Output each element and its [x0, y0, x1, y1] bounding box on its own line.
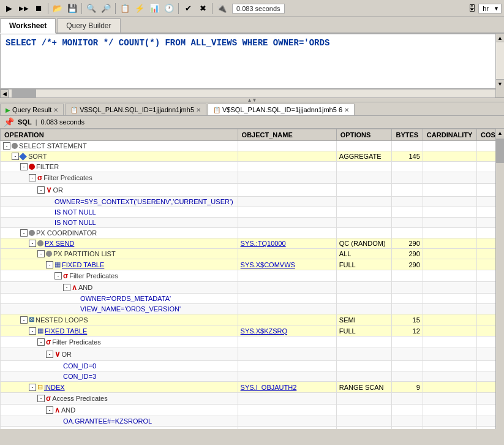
col-bytes[interactable]: BYTES: [392, 129, 423, 141]
open-btn[interactable]: 📂: [51, 2, 64, 15]
expand-btn[interactable]: -: [63, 284, 70, 291]
tab-worksheet[interactable]: Worksheet: [0, 18, 56, 34]
cardinality-cell: [423, 282, 476, 294]
table-row: -∧AND: [1, 282, 504, 294]
expand-btn[interactable]: -: [12, 153, 19, 160]
options-cell: [336, 141, 392, 151]
stop-btn[interactable]: ⏹: [32, 2, 45, 15]
col-options[interactable]: OPTIONS: [336, 129, 392, 141]
table-scroll-thumb[interactable]: [496, 139, 504, 163]
expand-btn[interactable]: -: [37, 338, 45, 346]
op-label-link[interactable]: FIXED TABLE: [62, 261, 104, 268]
expand-btn[interactable]: -: [3, 142, 10, 150]
op-label-link[interactable]: INDEX: [44, 384, 65, 391]
expand-btn[interactable]: -: [37, 250, 45, 257]
result-tab-1-close[interactable]: ✕: [196, 107, 201, 113]
obj-link[interactable]: SYS.I_OBJAUTH2: [241, 384, 297, 391]
obj-link[interactable]: SYS.:TQ10000: [241, 240, 286, 247]
expand-btn[interactable]: -: [29, 327, 36, 335]
scroll-thumb[interactable]: [496, 42, 504, 79]
table-row: -σFilter Predicates: [1, 270, 504, 282]
expand-btn[interactable]: -: [29, 240, 36, 247]
result-tab-0-close[interactable]: ✕: [53, 107, 58, 113]
cardinality-cell: [423, 172, 476, 184]
options-cell: [336, 218, 392, 228]
cardinality-cell: [423, 371, 476, 382]
scroll-down-arrow[interactable]: ▼: [496, 79, 504, 88]
bytes-cell: [392, 371, 423, 382]
result-tab-plan2[interactable]: 📋 V$SQL_PLAN.SQL_ID=1jjjadnn1jmh5 6 ✕: [208, 104, 355, 115]
expand-btn[interactable]: -: [20, 229, 28, 237]
options-cell: [336, 282, 392, 294]
table-row: -PX PARTITION LISTALL2902: [1, 249, 504, 259]
scroll-left-arrow[interactable]: ◀: [0, 89, 9, 98]
expand-btn[interactable]: -: [20, 163, 28, 170]
editor-hscroll[interactable]: ◀ ▶: [0, 89, 504, 97]
expand-btn[interactable]: -: [37, 395, 45, 402]
options-cell: SEMI: [336, 314, 392, 325]
table-row: -SORTAGGREGATE1451: [1, 151, 504, 162]
expand-btn[interactable]: -: [20, 316, 28, 324]
format-btn[interactable]: 📋: [118, 2, 132, 15]
op-label-link[interactable]: PX SEND: [45, 240, 74, 247]
lambda-icon: ∧: [55, 406, 60, 414]
bytes-cell: 9: [392, 382, 423, 393]
plan2-icon: 📋: [213, 107, 220, 113]
rollback-btn[interactable]: ✖: [196, 2, 209, 15]
table-row: IS NOT NULL: [1, 207, 504, 218]
plan-table-container[interactable]: OPERATION OBJECT_NAME OPTIONS BYTES CARD…: [0, 129, 504, 429]
op-label-link[interactable]: FIXED TABLE: [45, 327, 87, 335]
history-btn[interactable]: 🕐: [162, 2, 176, 15]
editor-vscroll[interactable]: ▲ ▼: [495, 34, 504, 97]
obj-link[interactable]: SYS.X$COMVWS: [241, 261, 295, 268]
result-tab-2-close[interactable]: ✕: [344, 107, 349, 113]
table-vscroll[interactable]: ▲: [495, 129, 504, 429]
col-object-name[interactable]: OBJECT_NAME: [238, 129, 336, 141]
expand-btn[interactable]: -: [37, 186, 45, 194]
hscroll-thumb[interactable]: [12, 89, 36, 97]
run-btn[interactable]: ▶: [2, 2, 16, 15]
sql-editor[interactable]: SELECT /*+ MONITOR */ COUNT(*) FROM ALL_…: [0, 34, 504, 89]
col-cardinality[interactable]: CARDINALITY: [423, 129, 476, 141]
status-time: 0.083 seconds: [40, 118, 85, 126]
bytes-cell: 290: [392, 249, 423, 259]
run-all-btn[interactable]: ▶▶: [17, 2, 31, 15]
explain-btn[interactable]: ⚡: [133, 2, 146, 15]
save-btn[interactable]: 💾: [66, 2, 79, 15]
db-selector[interactable]: hr ▼: [478, 4, 502, 13]
op-label: AND: [61, 406, 75, 414]
obj-name-cell: [238, 393, 336, 405]
result-tab-query-result[interactable]: ▶ Query Result ✕: [0, 104, 64, 115]
connect-btn[interactable]: 🔌: [215, 2, 228, 15]
circle-gray-icon: [29, 230, 35, 236]
options-cell: [336, 184, 392, 197]
obj-link[interactable]: SYS.X$KZSRQ: [241, 327, 287, 335]
op-cell-16: -⊠NESTED LOOPS: [1, 314, 238, 325]
cardinality-cell: [423, 314, 476, 325]
status-label: SQL: [18, 118, 32, 126]
result-tab-plan1[interactable]: 📋 V$SQL_PLAN.SQL_ID=1jjjadnn1jmh5 ✕: [65, 104, 206, 115]
col-operation[interactable]: OPERATION: [1, 129, 238, 141]
expand-btn[interactable]: -: [29, 174, 36, 181]
cardinality-cell: [423, 382, 476, 393]
expand-btn[interactable]: -: [55, 272, 62, 280]
op-cell-10: -PX PARTITION LIST: [1, 249, 238, 259]
replace-btn[interactable]: 🔎: [99, 2, 113, 15]
table-row: -σAccess Predicates: [1, 393, 504, 405]
op-cell-23: -σAccess Predicates: [1, 393, 238, 405]
autotrace-btn[interactable]: 📊: [148, 2, 161, 15]
obj-name-cell: [238, 304, 336, 314]
expand-btn[interactable]: -: [29, 384, 36, 391]
expand-btn[interactable]: -: [46, 351, 53, 358]
table-scroll-up[interactable]: ▲: [496, 129, 504, 137]
tab-query-builder[interactable]: Query Builder: [57, 18, 120, 32]
resize-icon: ▲▼: [247, 97, 257, 103]
expand-btn[interactable]: -: [46, 261, 53, 268]
scroll-up-arrow[interactable]: ▲: [496, 34, 504, 42]
resize-handle[interactable]: ▲▼: [0, 97, 504, 102]
table-header-row: OPERATION OBJECT_NAME OPTIONS BYTES CARD…: [1, 129, 504, 141]
commit-btn[interactable]: ✔: [181, 2, 195, 15]
status-bar: 📌 SQL | 0.083 seconds: [0, 116, 504, 129]
find-btn[interactable]: 🔍: [85, 2, 98, 15]
expand-btn[interactable]: -: [46, 406, 53, 414]
